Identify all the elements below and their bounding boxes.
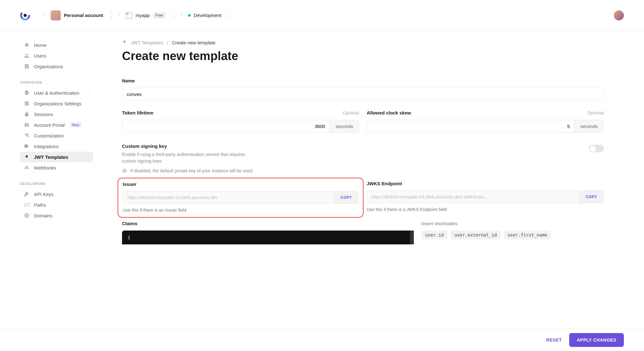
lock-icon (24, 111, 30, 117)
shortcode-chip[interactable]: user.first_name (504, 231, 551, 239)
webhooks-icon (24, 165, 30, 170)
skew-unit: seconds (574, 120, 603, 132)
sidebar-item-integrations[interactable]: Integrations (20, 141, 93, 152)
puzzle-icon (24, 143, 30, 149)
users-icon (24, 53, 30, 58)
sidebar-item-sessions[interactable]: Sessions (20, 109, 93, 120)
chevron-updown-icon: ⌃⌄ (172, 13, 175, 17)
sidebar-item-label: Organizations Settings (34, 101, 81, 106)
chevron-updown-icon: ⌃⌄ (109, 13, 113, 17)
key-icon (24, 191, 30, 197)
org-icon (24, 64, 30, 69)
sidebar-item-label: Organizations (34, 64, 63, 69)
token-lifetime-input[interactable] (122, 120, 330, 132)
portal-icon (24, 122, 30, 128)
issuer-label: Issuer (123, 181, 358, 187)
token-unit: seconds (330, 120, 359, 132)
workspace-label: Personal account (64, 13, 103, 18)
jwks-label: JWKS Endpoint (367, 181, 604, 186)
sidebar-item-account-portal[interactable]: Account PortalNew (20, 120, 93, 130)
palette-icon (24, 133, 30, 138)
app-label: myapp (136, 13, 150, 18)
claims-editor[interactable]: { (122, 231, 414, 244)
user-avatar[interactable] (614, 10, 624, 20)
tier-badge: Free (153, 12, 166, 19)
clock-skew-label: Allowed clock skewOptional (367, 110, 604, 115)
sidebar-item-api-keys[interactable]: API Keys (20, 189, 93, 199)
workspace-avatar (51, 10, 61, 20)
custom-signing-key-desc: Enable if using a third-party authentica… (122, 151, 254, 164)
globe-icon (24, 213, 30, 218)
sidebar-item-label: Customization (34, 133, 64, 138)
svg-point-4 (24, 14, 27, 17)
jwt-icon (122, 40, 127, 46)
home-icon (24, 42, 30, 48)
logo-icon[interactable] (20, 10, 30, 20)
workspace-switcher[interactable]: Personal account ⌃⌄ (51, 10, 113, 20)
status-dot-icon (188, 14, 191, 17)
custom-signing-key-toggle[interactable] (589, 145, 604, 152)
sidebar-item-label: Account Portal (34, 122, 65, 128)
chevron-updown-icon: ⌃⌄ (228, 13, 231, 17)
chevron-right-icon: › (88, 91, 89, 95)
link-icon (24, 202, 30, 208)
sidebar-item-label: API Keys (34, 192, 53, 197)
issuer-hint: Use this if there is an Issuer field (123, 208, 358, 213)
sidebar-item-paths[interactable]: Paths (20, 199, 93, 210)
info-icon (122, 168, 127, 173)
env-label: Development (194, 13, 221, 18)
sidebar-item-label: Sessions (34, 112, 53, 117)
env-switcher[interactable]: Development ⌃⌄ (188, 13, 231, 18)
sidebar-item-jwt-templates[interactable]: JWT Templates (20, 152, 93, 162)
jwt-icon (24, 154, 30, 160)
shield-icon (24, 90, 30, 96)
sidebar-item-domains[interactable]: Domains (20, 210, 93, 221)
sidebar-item-label: Domains (34, 213, 53, 218)
jwks-input[interactable] (367, 191, 579, 203)
custom-signing-key-info: If disabled, the default private key of … (122, 168, 576, 173)
clock-skew-input[interactable] (367, 120, 574, 132)
issuer-copy-button[interactable]: COPY (334, 192, 358, 203)
sidebar-item-label: Users (34, 53, 46, 58)
sidebar-item-label: Integrations (34, 144, 58, 149)
breadcrumb-current: Create new template (172, 40, 215, 45)
sidebar-item-users[interactable]: Users (20, 50, 93, 61)
shortcode-chip[interactable]: user.id (421, 231, 447, 239)
name-label: Name (122, 78, 604, 83)
name-input-wrap (122, 88, 604, 101)
chevron-right-icon: › (88, 133, 89, 138)
sidebar: HomeUsersOrganizations CONFIGURE User & … (0, 31, 101, 328)
sidebar-heading-configure: CONFIGURE (20, 81, 93, 84)
sidebar-item-label: Home (34, 42, 47, 48)
breadcrumb-parent[interactable]: JWT Templates (131, 40, 163, 45)
app-switcher[interactable]: myapp Free ⌃⌄ (125, 12, 175, 19)
topbar: / Personal account ⌃⌄ / myapp Free ⌃⌄ / … (0, 0, 644, 31)
org-icon (24, 101, 30, 106)
sidebar-item-home[interactable]: Home (20, 40, 93, 50)
token-lifetime-label: Token lifetimeOptional (122, 110, 359, 115)
page-title: Create new template (122, 49, 604, 63)
name-input[interactable] (127, 92, 599, 97)
shortcode-chip[interactable]: user.external_id (451, 231, 501, 239)
sidebar-item-organizations[interactable]: Organizations (20, 61, 93, 72)
custom-signing-key-label: Custom signing key (122, 143, 576, 149)
sidebar-item-organizations-settings[interactable]: Organizations Settings (20, 98, 93, 109)
main-content: JWT Templates / Create new template Crea… (101, 31, 644, 328)
issuer-input[interactable] (123, 192, 334, 203)
sidebar-item-label: Webhooks (34, 165, 56, 170)
sidebar-item-label: Paths (34, 202, 46, 208)
sidebar-item-label: JWT Templates (34, 154, 68, 160)
issuer-highlight: Issuer COPY Use this if there is an Issu… (118, 178, 364, 218)
sidebar-item-label: User & Authentication (34, 90, 79, 96)
sidebar-item-webhooks[interactable]: Webhooks (20, 162, 93, 173)
app-icon (125, 12, 132, 19)
breadcrumb: JWT Templates / Create new template (122, 40, 604, 46)
jwks-copy-button[interactable]: COPY (579, 191, 603, 203)
sidebar-item-customization[interactable]: Customization› (20, 130, 93, 141)
claims-label: Claims (122, 221, 414, 226)
sidebar-heading-developers: DEVELOPERS (20, 182, 93, 186)
shortcodes-label: Insert shortcodes (421, 221, 604, 226)
jwks-hint: Use this if there is a JWKS Endpoint fie… (367, 207, 604, 212)
new-badge: New (70, 122, 81, 127)
sidebar-item-user-authentication[interactable]: User & Authentication› (20, 87, 93, 98)
